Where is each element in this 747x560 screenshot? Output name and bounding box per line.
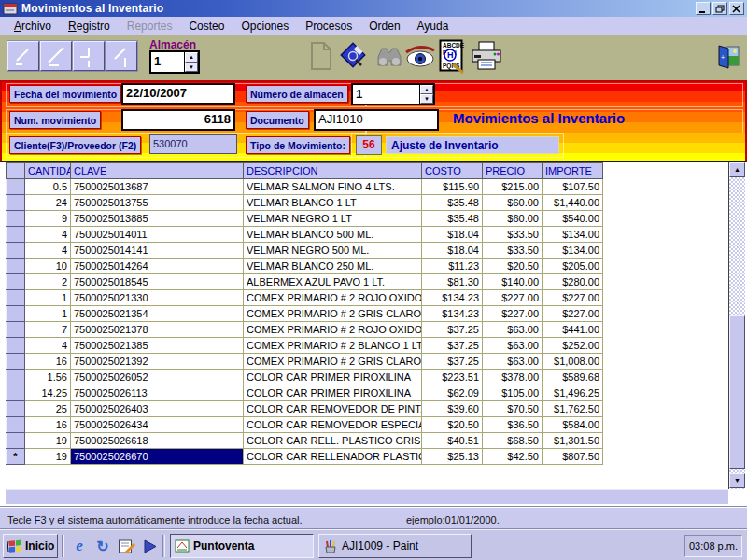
spin-down-button[interactable]: ▼ <box>420 94 433 104</box>
cell-costo[interactable]: $134.23 <box>422 290 483 306</box>
table-row[interactable]: 167500025021392COMEX PRIMARIO # 2 GRIS C… <box>7 354 603 370</box>
preview-button[interactable] <box>403 44 437 72</box>
spin-up-button[interactable]: ▲ <box>185 52 198 63</box>
menu-item-costeo[interactable]: Costeo <box>180 18 233 35</box>
cell-costo[interactable]: $81.30 <box>422 274 483 290</box>
table-row[interactable]: 257500025026403COLOR CAR REMOVEDOR DE PI… <box>7 401 603 417</box>
cell-importe[interactable]: $441.00 <box>543 322 603 338</box>
cell-importe[interactable]: $280.00 <box>543 274 603 290</box>
row-selector[interactable] <box>7 227 25 243</box>
cell-importe[interactable]: $589.68 <box>543 370 603 385</box>
cell-cantidad[interactable]: 19 <box>25 449 71 465</box>
cell-importe[interactable]: $540.00 <box>543 211 603 227</box>
column-header-cantidad[interactable]: CANTIDAD <box>25 163 71 179</box>
nav-last-button[interactable] <box>106 41 137 71</box>
row-selector[interactable] <box>7 179 25 195</box>
cell-precio[interactable]: $140.00 <box>483 274 543 290</box>
cell-precio[interactable]: $33.50 <box>483 243 543 259</box>
cell-descripcion[interactable]: COMEX PRIMARIO # 2 ROJO OXIDO 4 <box>244 290 422 306</box>
cell-precio[interactable]: $215.00 <box>483 179 543 195</box>
cell-cantidad[interactable]: 9 <box>25 211 71 227</box>
nav-first-button[interactable] <box>7 41 39 71</box>
new-document-button[interactable] <box>309 40 333 76</box>
cell-importe[interactable]: $807.50 <box>543 449 603 465</box>
scroll-down-button[interactable]: ▼ <box>729 473 745 488</box>
cell-costo[interactable]: $223.51 <box>422 370 483 385</box>
row-selector[interactable] <box>7 274 25 290</box>
table-row[interactable]: 247500025013755VELMAR BLANCO 1 LT$35.48$… <box>7 195 603 211</box>
numero-almacen-spinner[interactable]: 1 ▲ ▼ <box>351 83 435 105</box>
cell-clave[interactable]: 7500025013885 <box>71 211 244 227</box>
cell-precio[interactable]: $36.50 <box>483 417 543 433</box>
table-row[interactable]: 47500025021385COMEX PRIMARIO # 2 BLANCO … <box>7 338 603 354</box>
cell-precio[interactable]: $378.00 <box>483 370 543 385</box>
fecha-input[interactable]: 22/10/2007 <box>121 83 235 105</box>
row-selector[interactable] <box>7 401 25 417</box>
cell-clave[interactable]: 7500025013755 <box>71 195 244 211</box>
cell-clave[interactable]: 7500025026052 <box>71 370 244 385</box>
cell-costo[interactable]: $40.51 <box>422 433 483 449</box>
scrollbar-thumb[interactable] <box>729 315 745 469</box>
task-puntoventa[interactable]: Puntoventa <box>170 534 314 558</box>
cell-clave[interactable]: 7500025026403 <box>71 401 244 417</box>
column-header-descripcion[interactable]: DESCRIPCION <box>244 163 422 179</box>
cell-cantidad[interactable]: 4 <box>25 227 71 243</box>
cell-costo[interactable]: $35.48 <box>422 211 483 227</box>
cell-cantidad[interactable]: 7 <box>25 322 71 338</box>
cell-clave[interactable]: 7500025026670 <box>71 449 244 465</box>
quicklaunch-desktop-button[interactable] <box>116 536 136 556</box>
cell-descripcion[interactable]: COLOR CAR PRIMER PIROXILINA <box>244 385 422 401</box>
cell-clave[interactable]: 7500025026434 <box>71 417 244 433</box>
cell-cantidad[interactable]: 10 <box>25 259 71 274</box>
cell-descripcion[interactable]: COLOR CAR RELL. PLASTICO GRIS 1 <box>244 433 422 449</box>
row-selector[interactable] <box>7 354 25 370</box>
row-selector[interactable] <box>7 338 25 354</box>
cell-clave[interactable]: 7500025021392 <box>71 354 244 370</box>
column-header-importe[interactable]: IMPORTE <box>543 163 603 179</box>
row-selector[interactable] <box>7 433 25 449</box>
spin-up-button[interactable]: ▲ <box>420 85 433 94</box>
cell-precio[interactable]: $20.50 <box>483 259 543 274</box>
cell-precio[interactable]: $63.00 <box>483 338 543 354</box>
cell-clave[interactable]: 7500025026113 <box>71 385 244 401</box>
num-movimiento-input[interactable]: 6118 <box>121 109 235 131</box>
cell-descripcion[interactable]: COMEX PRIMARIO # 2 GRIS CLARO 1 <box>244 354 422 370</box>
cell-importe[interactable]: $1,440.00 <box>543 195 603 211</box>
cell-importe[interactable]: $227.00 <box>543 306 603 322</box>
start-button[interactable]: Inicio <box>3 534 58 558</box>
cell-cantidad[interactable]: 0.5 <box>25 179 71 195</box>
cell-cantidad[interactable]: 1 <box>25 306 71 322</box>
cell-clave[interactable]: 7500025021330 <box>71 290 244 306</box>
row-selector[interactable] <box>7 195 25 211</box>
cell-precio[interactable]: $63.00 <box>483 354 543 370</box>
cell-cantidad[interactable]: 2 <box>25 274 71 290</box>
nav-next-button[interactable] <box>73 41 105 71</box>
minimize-button[interactable] <box>696 2 711 15</box>
cell-cantidad[interactable]: 25 <box>25 401 71 417</box>
row-selector[interactable]: * <box>7 449 25 465</box>
cell-descripcion[interactable]: COMEX PRIMARIO # 2 GRIS CLARO 4 <box>244 306 422 322</box>
cell-clave[interactable]: 7500025013687 <box>71 179 244 195</box>
vertical-scrollbar[interactable]: ▲ ▼ <box>728 162 745 489</box>
column-header-costo[interactable]: COSTO <box>422 163 483 179</box>
cell-descripcion[interactable]: VELMAR NEGRO 500 ML. <box>244 243 422 259</box>
cell-clave[interactable]: 7500025014141 <box>71 243 244 259</box>
cell-precio[interactable]: $227.00 <box>483 290 543 306</box>
cell-costo[interactable]: $25.13 <box>422 449 483 465</box>
column-header-precio[interactable]: PRECIO <box>483 163 543 179</box>
menu-item-procesos[interactable]: Procesos <box>297 18 360 35</box>
search-button[interactable] <box>374 44 403 74</box>
cell-clave[interactable]: 7500025021378 <box>71 322 244 338</box>
row-selector[interactable] <box>7 306 25 322</box>
close-button[interactable] <box>729 2 744 15</box>
cell-descripcion[interactable]: COLOR CAR RELLENADOR PLASTICO <box>244 449 422 465</box>
menu-item-archivo[interactable]: Archivo <box>6 18 60 35</box>
table-row[interactable]: 97500025013885VELMAR NEGRO 1 LT$35.48$60… <box>7 211 603 227</box>
menu-item-reportes[interactable]: Reportes <box>119 18 181 35</box>
cell-costo[interactable]: $37.25 <box>422 338 483 354</box>
table-row[interactable]: 107500025014264VELMAR BLANCO 250 ML.$11.… <box>7 259 603 274</box>
cell-importe[interactable]: $1,762.50 <box>543 401 603 417</box>
table-row[interactable]: 167500025026434COLOR CAR REMOVEDOR ESPEC… <box>7 417 603 433</box>
row-selector[interactable] <box>7 211 25 227</box>
cell-precio[interactable]: $68.50 <box>483 433 543 449</box>
